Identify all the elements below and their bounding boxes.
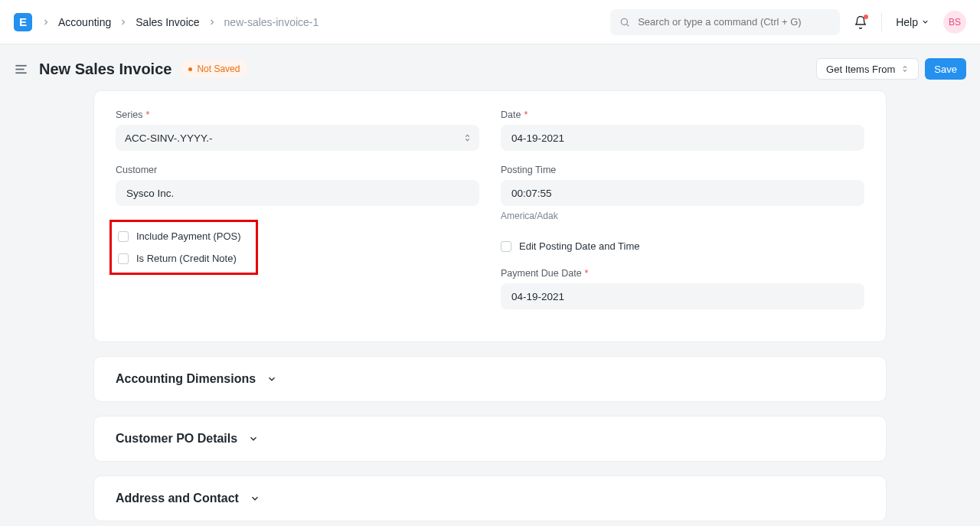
select-icon [901,64,909,74]
topbar-right: Help BS [610,9,966,35]
notification-bell-icon[interactable] [854,15,867,29]
series-field: Series* ACC-SINV-.YYYY.- [116,109,479,151]
divider [881,13,882,31]
is-return-checkbox[interactable]: Is Return (Credit Note) [112,247,250,270]
search-field[interactable] [636,15,831,28]
posting-time-input[interactable] [501,180,864,206]
section-address-contact[interactable]: Address and Contact [93,475,887,521]
date-input[interactable] [501,125,864,151]
checkbox-icon [118,231,129,242]
svg-point-0 [622,18,628,25]
help-menu[interactable]: Help [896,16,929,28]
timezone-helper: America/Adak [501,211,864,221]
right-column: Date* Posting Time America/Adak Edit Pos… [501,109,864,323]
posting-time-field: Posting Time America/Adak [501,165,864,221]
include-payment-checkbox[interactable]: Include Payment (POS) [112,225,250,247]
customer-input[interactable] [116,180,479,206]
is-return-label: Is Return (Credit Note) [136,253,237,264]
status-badge: Not Saved [181,60,247,77]
section-title: Accounting Dimensions [116,372,256,386]
header-actions: Get Items From Save [816,58,966,80]
edit-posting-label: Edit Posting Date and Time [519,240,640,252]
details-card: Series* ACC-SINV-.YYYY.- Customer [93,90,887,342]
series-select[interactable]: ACC-SINV-.YYYY.- [116,125,479,151]
topbar: E Accounting Sales Invoice new-sales-inv… [0,0,980,44]
main-container: Series* ACC-SINV-.YYYY.- Customer [0,90,980,526]
breadcrumb-accounting[interactable]: Accounting [58,16,111,28]
app-logo[interactable]: E [14,13,32,31]
checkbox-icon [501,241,511,252]
section-title: Customer PO Details [116,432,237,446]
payment-due-text[interactable] [510,290,855,303]
avatar[interactable]: BS [943,11,966,34]
edit-posting-checkbox[interactable]: Edit Posting Date and Time [501,235,864,257]
breadcrumb: Accounting Sales Invoice new-sales-invoi… [41,16,318,28]
page-header: New Sales Invoice Not Saved Get Items Fr… [0,44,980,90]
chevron-right-icon [119,18,128,27]
chevron-down-icon [266,374,277,384]
menu-icon[interactable] [14,62,28,77]
payment-due-date-field: Payment Due Date* [501,268,864,309]
chevron-down-icon [250,493,260,504]
chevron-right-icon [41,18,51,27]
help-label: Help [896,16,918,28]
posting-time-text[interactable] [510,187,855,200]
select-icon [463,132,472,143]
chevron-down-icon [921,18,929,26]
highlighted-checkbox-group: Include Payment (POS) Is Return (Credit … [109,220,258,275]
customer-field: Customer [116,165,479,206]
chevron-down-icon [248,433,259,444]
section-title: Address and Contact [116,492,239,505]
customer-text[interactable] [125,187,470,200]
date-text[interactable] [510,132,855,145]
page-title: New Sales Invoice [39,60,172,78]
breadcrumb-sales-invoice[interactable]: Sales Invoice [136,16,199,28]
left-column: Series* ACC-SINV-.YYYY.- Customer [116,109,479,323]
svg-line-1 [627,24,629,26]
breadcrumb-current: new-sales-invoice-1 [224,16,319,28]
section-accounting-dimensions[interactable]: Accounting Dimensions [93,356,887,402]
include-payment-label: Include Payment (POS) [136,230,241,242]
payment-due-date-input[interactable] [501,283,864,309]
checkbox-icon [118,253,129,264]
get-items-from-button[interactable]: Get Items From [816,58,919,80]
search-input[interactable] [610,9,840,35]
save-button[interactable]: Save [925,58,966,80]
search-icon [619,17,630,28]
date-field: Date* [501,109,864,151]
section-customer-po[interactable]: Customer PO Details [93,416,887,462]
chevron-right-icon [207,18,217,27]
